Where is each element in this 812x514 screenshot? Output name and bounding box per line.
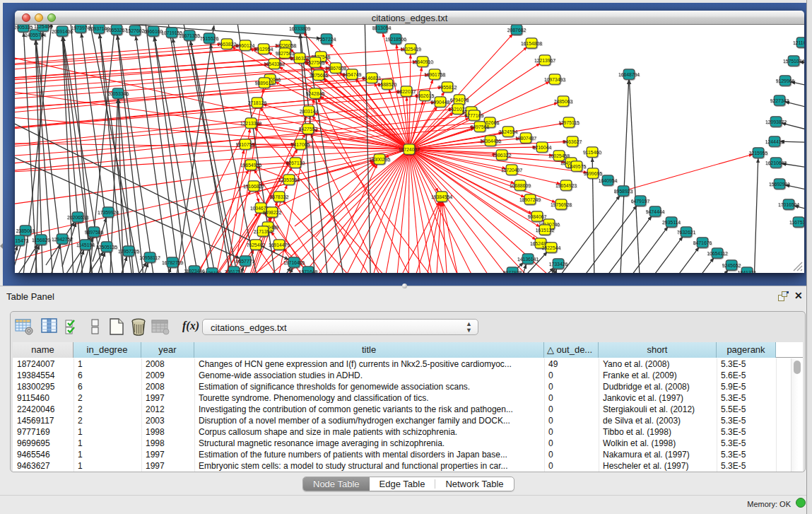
graph-edge[interactable] [15, 64, 269, 99]
graph-node[interactable]: 20691406 [52, 26, 73, 36]
table-vertical-scrollbar[interactable] [791, 358, 803, 472]
graph-node[interactable]: 15720407 [501, 165, 522, 175]
graph-node[interactable]: 1973974 [71, 25, 90, 33]
table-row[interactable]: 946554611997Estimation of the future num… [13, 449, 803, 460]
graph-node[interactable]: 12975115 [558, 117, 579, 127]
graph-node[interactable]: 2935114 [662, 217, 681, 227]
graph-node[interactable]: 9077928 [503, 267, 522, 273]
column-header[interactable]: △ out_de... [544, 342, 599, 358]
graph-edge[interactable] [669, 270, 728, 273]
column-header[interactable]: year [141, 342, 194, 358]
tab-network-table[interactable]: Network Table [435, 477, 513, 491]
graph-node[interactable]: 1733426 [549, 259, 568, 269]
graph-node[interactable]: 2087682 [507, 25, 526, 35]
graph-node[interactable]: 12093872 [765, 117, 787, 127]
graph-edge[interactable] [409, 54, 411, 149]
graph-node[interactable]: 8427552 [299, 124, 318, 134]
graph-node[interactable]: 9129966 [776, 76, 795, 86]
graph-edge[interactable] [117, 35, 160, 273]
select-rows-icon[interactable] [64, 318, 82, 336]
new-document-icon[interactable] [108, 318, 126, 336]
graph-edge[interactable] [443, 202, 459, 273]
table-options-icon[interactable] [15, 318, 34, 336]
memory-status-icon[interactable] [796, 498, 806, 508]
graph-edge[interactable] [408, 149, 409, 273]
graph-edge[interactable] [113, 257, 127, 273]
graph-node[interactable]: 9136102 [203, 268, 222, 273]
import-table-icon[interactable] [151, 318, 170, 336]
table-row[interactable]: 911546021997Tourette syndrome. Phenomeno… [13, 392, 803, 404]
graph-node[interactable]: 10654112 [707, 248, 728, 258]
column-header[interactable]: pagerank [717, 342, 776, 358]
graph-node[interactable]: 10807487 [515, 133, 536, 143]
graph-node[interactable]: 1167533 [789, 217, 804, 227]
graph-edge[interactable] [25, 245, 40, 273]
graph-node[interactable]: 16033809 [289, 25, 310, 33]
graph-node[interactable]: 1841321 [738, 267, 757, 273]
graph-edge[interactable] [753, 158, 758, 273]
graph-edge[interactable] [134, 263, 148, 273]
graph-node[interactable]: 16782759 [162, 257, 183, 267]
graph-node[interactable]: 16961758 [424, 69, 445, 79]
graph-node[interactable]: 9463627 [563, 136, 582, 146]
close-icon[interactable]: ✕ [794, 290, 803, 301]
graph-node[interactable]: 15640910 [412, 57, 433, 66]
float-window-icon[interactable] [778, 291, 789, 301]
graph-node[interactable]: 19218506 [385, 34, 406, 44]
resize-grip-icon[interactable] [791, 259, 804, 272]
graph-edge[interactable] [780, 141, 804, 144]
graph-node[interactable]: 7632621 [677, 227, 696, 237]
splitter-handle[interactable] [402, 284, 407, 288]
graph-node[interactable]: 8471676 [693, 238, 712, 247]
graph-node[interactable]: 12505135 [96, 242, 117, 252]
graph-edge[interactable] [623, 154, 753, 191]
graph-node[interactable]: 9227343 [770, 95, 789, 105]
graph-node[interactable]: 16154808 [521, 38, 542, 48]
row-height-icon[interactable] [90, 318, 100, 336]
graph-edge[interactable] [782, 123, 804, 153]
tab-edge-table[interactable]: Edge Table [370, 477, 435, 491]
graph-node[interactable]: 1244415 [765, 136, 784, 146]
table-row[interactable]: 1938455462009Genome-wide association stu… [13, 370, 803, 381]
graph-node[interactable]: 9699695 [584, 168, 603, 178]
graph-node[interactable]: 9474444 [646, 206, 665, 216]
select-columns-icon[interactable] [41, 318, 59, 336]
graph-node[interactable]: 7955812 [438, 82, 457, 92]
graph-node[interactable]: 8822037 [397, 86, 416, 96]
column-header[interactable]: in_degree [73, 342, 141, 358]
graph-node[interactable]: 1640954 [599, 175, 618, 185]
graph-node[interactable]: 7515526 [200, 33, 219, 43]
graph-node[interactable]: 12353594 [278, 175, 300, 185]
delete-icon[interactable] [130, 318, 148, 336]
graph-node[interactable]: 9657771 [236, 256, 255, 266]
graph-edge[interactable] [15, 149, 409, 209]
table-row[interactable]: 2242004622012Investigating the contribut… [13, 404, 803, 415]
graph-node[interactable]: 10688609 [510, 180, 531, 190]
graph-node[interactable]: 1527602 [126, 25, 145, 35]
network-view-window[interactable]: 2005335140557141125408206914061973974209… [15, 11, 804, 273]
graph-node[interactable]: 9115460 [583, 147, 601, 157]
graph-node[interactable]: 11325419 [400, 44, 421, 54]
graph-node[interactable]: 3215955 [749, 148, 768, 158]
graph-node[interactable]: 15692901 [769, 179, 790, 189]
graph-node[interactable]: 7485063 [554, 96, 573, 106]
graph-node[interactable]: 7357224 [317, 34, 336, 44]
collapse-panel-icon[interactable] [0, 243, 3, 249]
graph-edge[interactable] [791, 82, 804, 103]
graph-edge[interactable] [47, 245, 61, 273]
graph-node[interactable]: 17359924 [98, 207, 119, 217]
table-row[interactable]: 1456911722003Disruption of a novel membe… [13, 415, 803, 426]
graph-edge[interactable] [392, 149, 409, 273]
graph-node[interactable]: 19756928 [551, 199, 572, 209]
table-row[interactable]: 946362711997Embryonic stem cells: a mode… [13, 460, 803, 472]
graph-node[interactable]: 14136141 [517, 254, 539, 264]
graph-edge[interactable] [320, 96, 409, 149]
tab-node-table[interactable]: Node Table [303, 477, 370, 491]
graph-node[interactable]: 8960124 [236, 40, 255, 50]
graph-edge[interactable] [782, 163, 804, 181]
graph-node[interactable]: 19654923 [555, 180, 577, 190]
network-table-selector[interactable]: citations_edges.txt ▲▼ [202, 319, 478, 335]
graph-edge[interactable] [415, 202, 440, 273]
graph-edge[interactable] [655, 258, 714, 273]
graph-node[interactable]: 16210643 [765, 158, 787, 168]
